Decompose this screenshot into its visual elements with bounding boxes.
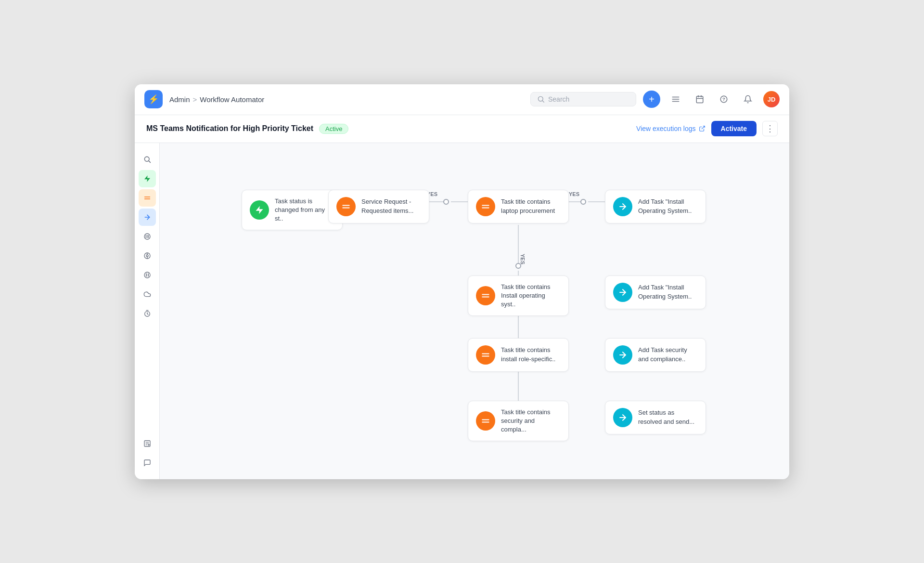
workflow-canvas: YES YES YES YES [160, 143, 789, 479]
condition3-text: Task title contains Install operating sy… [501, 283, 561, 309]
svg-line-13 [148, 160, 150, 162]
sidebar-pause[interactable] [139, 266, 156, 284]
condition3-icon [476, 286, 495, 305]
condition2-text: Task title contains laptop procurement [501, 197, 561, 215]
user-avatar[interactable]: JD [763, 91, 780, 107]
action3-node[interactable]: Add Task security and compliance.. [605, 338, 706, 372]
action2-node[interactable]: Add Task "Install Operating System.. [605, 275, 706, 309]
sidebar-integration[interactable] [139, 247, 156, 264]
sidebar-condition[interactable] [139, 189, 156, 207]
add-button[interactable]: + [643, 91, 660, 108]
search-box[interactable] [530, 92, 636, 106]
condition3-node[interactable]: Task title contains Install operating sy… [468, 275, 569, 316]
help-icon-button[interactable]: ? [715, 91, 732, 108]
sidebar-logs[interactable] [139, 435, 156, 452]
sidebar-timer[interactable] [139, 305, 156, 322]
sidebar-search[interactable] [139, 151, 156, 168]
trigger-node[interactable]: Task status is changed from any st.. [242, 190, 343, 231]
main-area: YES YES YES YES [135, 143, 789, 479]
condition2-icon [476, 197, 495, 216]
page-title: MS Teams Notification for High Priority … [146, 124, 313, 133]
action2-text: Add Task "Install Operating System.. [638, 283, 698, 301]
notification-icon-button[interactable] [739, 91, 757, 108]
svg-text:YES: YES [520, 254, 526, 264]
activate-button[interactable]: Activate [711, 121, 757, 136]
action1-icon [613, 197, 632, 216]
svg-line-31 [147, 314, 148, 314]
trigger-text: Task status is changed from any st.. [275, 197, 334, 223]
action4-icon [613, 408, 632, 427]
app-logo[interactable]: ⚡ [144, 90, 163, 108]
calendar-icon [695, 95, 704, 104]
condition5-text: Task title contains security and compla.… [501, 408, 561, 434]
search-input[interactable] [548, 95, 625, 103]
action4-text: Set status as resolved and send... [638, 408, 698, 426]
list-icon-button[interactable] [667, 91, 684, 108]
breadcrumb-sep: > [193, 95, 197, 104]
sidebar-parallel[interactable] [139, 228, 156, 245]
bell-icon [744, 95, 752, 104]
help-icon: ? [719, 95, 728, 104]
list-icon [671, 95, 680, 104]
action1-text: Add Task "Install Operating System.. [638, 197, 698, 215]
action4-node[interactable]: Set status as resolved and send... [605, 401, 706, 434]
svg-marker-14 [144, 175, 150, 182]
condition1-text: Service Request - Requested items... [361, 197, 421, 215]
condition1-icon [336, 197, 356, 216]
left-sidebar [135, 143, 160, 479]
action3-icon [613, 345, 632, 365]
svg-text:YES: YES [569, 191, 579, 197]
action3-text: Add Task security and compliance.. [638, 346, 698, 363]
workflow-container: YES YES YES YES [179, 157, 770, 446]
svg-line-11 [701, 126, 704, 129]
svg-point-42 [444, 199, 449, 204]
more-options-button[interactable]: ⋮ [762, 121, 778, 136]
view-logs-button[interactable]: View execution logs [636, 125, 705, 132]
condition4-text: Task title contains install role-specifi… [501, 346, 561, 363]
sidebar-action[interactable] [139, 209, 156, 226]
condition5-node[interactable]: Task title contains security and compla.… [468, 401, 569, 442]
svg-point-51 [516, 263, 521, 268]
svg-line-1 [542, 101, 544, 103]
status-badge: Active [319, 124, 348, 134]
action1-node[interactable]: Add Task "Install Operating System.. [605, 190, 706, 223]
condition4-node[interactable]: Task title contains install role-specifi… [468, 338, 569, 372]
svg-text:?: ? [722, 96, 725, 102]
search-icon [538, 96, 544, 103]
top-nav: ⚡ Admin > Workflow Automator + [135, 84, 789, 115]
condition1-node[interactable]: Service Request - Requested items... [328, 190, 429, 223]
sidebar-cloud[interactable] [139, 286, 156, 303]
condition2-node[interactable]: Task title contains laptop procurement [468, 190, 569, 223]
condition5-icon [476, 411, 495, 431]
breadcrumb: Admin > Workflow Automator [169, 95, 264, 104]
svg-point-23 [146, 255, 148, 257]
app-window: ⚡ Admin > Workflow Automator + [135, 84, 789, 479]
action2-icon [613, 283, 632, 302]
calendar-icon-button[interactable] [691, 91, 708, 108]
svg-point-26 [144, 272, 150, 278]
breadcrumb-root[interactable]: Admin [169, 95, 190, 104]
svg-marker-71 [256, 206, 263, 214]
svg-point-46 [581, 199, 586, 204]
sidebar-chat[interactable] [139, 454, 156, 471]
trigger-icon [250, 200, 269, 220]
sub-header: MS Teams Notification for High Priority … [135, 115, 789, 143]
external-link-icon [699, 125, 706, 132]
sidebar-trigger[interactable] [139, 170, 156, 187]
breadcrumb-page[interactable]: Workflow Automator [200, 95, 264, 104]
svg-rect-5 [696, 96, 703, 103]
condition4-icon [476, 345, 495, 365]
